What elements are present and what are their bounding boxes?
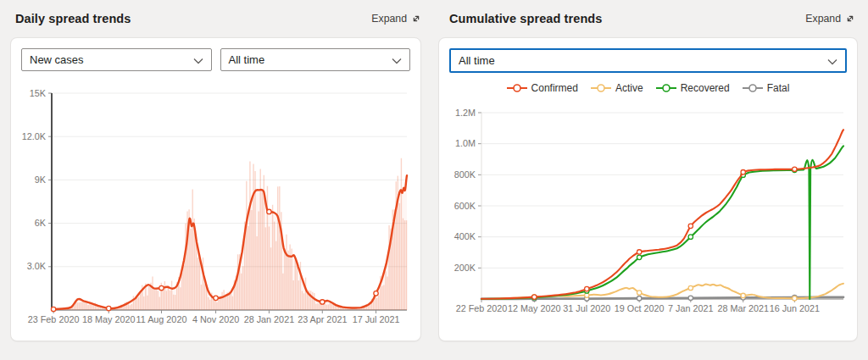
expand-diagonal-arrow-icon — [845, 14, 855, 24]
x-tick-label: 23 Apr 2021 — [298, 314, 347, 324]
legend-line-circle-icon — [591, 84, 611, 92]
daily-trend-chart[interactable]: 15K12.0K9K6K3.0K23 Feb 202018 May 202011… — [21, 76, 412, 332]
y-tick-label: 6K — [35, 218, 47, 228]
cumulative-panel-header: Cumulative spread trends Expand — [449, 9, 855, 28]
x-tick-label: 28 Jan 2021 — [244, 314, 294, 324]
cumulative-timerange-value: All time — [459, 54, 495, 67]
x-tick-label: 11 Aug 2020 — [136, 314, 187, 324]
metric-dropdown-value: New cases — [30, 53, 84, 66]
x-tick-label: 17 Jul 2021 — [353, 314, 400, 324]
x-tick-label: 16 Jun 2021 — [770, 303, 820, 313]
cumulative-expand-button[interactable]: Expand — [805, 13, 855, 25]
chevron-down-icon — [827, 53, 837, 69]
new-cases-day-avg--marker[interactable] — [374, 291, 378, 296]
legend-line-circle-icon — [743, 84, 763, 92]
new-cases-day-avg--line — [53, 175, 407, 309]
new-cases-day-avg--marker[interactable] — [51, 307, 55, 311]
cumulative-panel-title: Cumulative spread trends — [449, 12, 602, 25]
y-tick-label: 600K — [454, 201, 476, 211]
active-marker[interactable] — [637, 291, 641, 295]
confirmed-marker[interactable] — [793, 167, 797, 171]
active-marker[interactable] — [741, 293, 745, 297]
recovered-marker[interactable] — [637, 255, 641, 259]
cumulative-trends-card: All time Confirmed Active Recovered Fata… — [438, 37, 858, 341]
y-tick-label: 800K — [454, 169, 476, 180]
x-tick-label: 12 May 2020 — [508, 303, 560, 313]
y-tick-label: 12.0K — [22, 131, 47, 141]
expand-diagonal-arrow-icon — [411, 14, 421, 24]
x-tick-label: 23 Feb 2020 — [28, 314, 80, 324]
x-tick-label: 7 Jan 2021 — [668, 303, 713, 313]
recovered-marker[interactable] — [688, 235, 693, 239]
confirmed-marker[interactable] — [637, 250, 641, 254]
x-tick-label: 22 Feb 2020 — [456, 303, 508, 313]
y-tick-label: 200K — [454, 263, 476, 273]
daily-panel-title: Daily spread trends — [15, 12, 131, 25]
daily-expand-button[interactable]: Expand — [371, 13, 421, 25]
legend-label: Active — [615, 82, 643, 94]
new-cases-day-avg--marker[interactable] — [214, 296, 218, 300]
new-cases-day-avg--marker[interactable] — [320, 300, 325, 304]
chevron-down-icon — [392, 53, 402, 68]
new-cases-day-avg--marker[interactable] — [159, 285, 164, 290]
cumulative-expand-label: Expand — [805, 13, 841, 25]
fatal-marker[interactable] — [637, 296, 641, 300]
daily-expand-label: Expand — [371, 13, 407, 25]
confirmed-marker[interactable] — [585, 286, 589, 291]
legend-line-circle-icon — [656, 84, 676, 92]
daily-timerange-dropdown[interactable]: All time — [220, 48, 411, 71]
confirmed-line — [481, 130, 843, 299]
active-marker[interactable] — [793, 296, 797, 301]
x-tick-label: 19 Oct 2020 — [615, 303, 665, 313]
legend-item-fatal[interactable]: Fatal — [743, 82, 790, 94]
legend-label: Confirmed — [531, 82, 578, 94]
x-tick-label: 4 Nov 2020 — [192, 314, 239, 324]
new-cases-day-avg--marker[interactable] — [267, 209, 271, 213]
metric-dropdown[interactable]: New cases — [21, 48, 212, 71]
legend-label: Fatal — [767, 82, 790, 94]
legend-line-circle-icon — [507, 84, 527, 92]
y-tick-label: 1.0M — [455, 138, 476, 148]
legend-label: Recovered — [681, 82, 730, 94]
cumulative-timerange-dropdown[interactable]: All time — [449, 48, 847, 73]
cumulative-chart-area: 1.2M1.0M800K600K400K200K22 Feb 202012 Ma… — [449, 97, 847, 323]
y-tick-label: 15K — [30, 88, 47, 98]
x-tick-label: 31 Jul 2020 — [563, 303, 610, 313]
legend-item-recovered[interactable]: Recovered — [656, 82, 730, 94]
active-marker[interactable] — [688, 285, 693, 290]
legend-item-confirmed[interactable]: Confirmed — [507, 82, 578, 94]
cumulative-trend-chart[interactable]: 1.2M1.0M800K600K400K200K22 Feb 202012 Ma… — [449, 97, 849, 319]
daily-timerange-value: All time — [229, 53, 265, 66]
confirmed-marker[interactable] — [688, 224, 693, 228]
x-tick-label: 18 May 2020 — [82, 314, 135, 324]
confirmed-marker[interactable] — [741, 170, 745, 174]
new-cases-day-avg--marker[interactable] — [107, 306, 111, 310]
chart-legend: Confirmed Active Recovered Fatal — [449, 80, 847, 96]
daily-panel-header: Daily spread trends Expand — [15, 9, 421, 28]
confirmed-marker[interactable] — [532, 295, 537, 299]
daily-chart-area: 15K12.0K9K6K3.0K23 Feb 202018 May 202011… — [21, 76, 410, 335]
chevron-down-icon — [193, 53, 203, 68]
y-tick-label: 400K — [454, 231, 476, 241]
legend-item-active[interactable]: Active — [591, 82, 643, 94]
y-tick-label: 3.0K — [27, 261, 47, 271]
fatal-marker[interactable] — [688, 296, 693, 300]
area-fill — [53, 175, 407, 310]
y-tick-label: 1.2M — [455, 108, 476, 118]
y-tick-label: 9K — [35, 174, 47, 185]
x-tick-label: 28 Mar 2021 — [717, 303, 769, 313]
daily-trends-card: New cases All time 15K12.0K9K6K3.0K23 Fe… — [10, 37, 421, 341]
